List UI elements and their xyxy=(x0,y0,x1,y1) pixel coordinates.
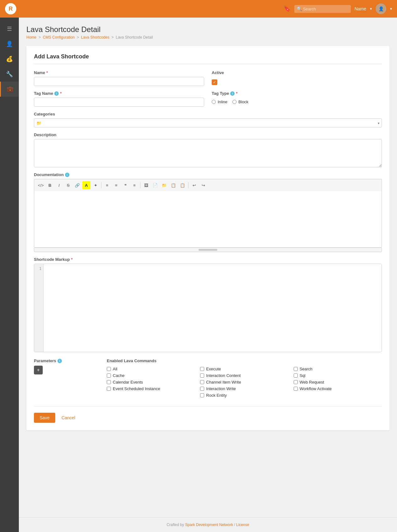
editor-scrollbar-thumb[interactable] xyxy=(198,249,217,251)
commands-col-2: Search Sql Web Request Workflow Act xyxy=(294,366,382,399)
parameters-group: Parameters i + xyxy=(34,358,97,399)
toolbar-strikethrough-btn[interactable]: S xyxy=(64,181,72,189)
toolbar-image-btn[interactable]: 🖼 xyxy=(142,181,150,189)
sidebar-item-dashboard[interactable]: ☰ xyxy=(0,21,19,36)
command-web-request-checkbox[interactable] xyxy=(294,380,298,384)
breadcrumb-cms-config[interactable]: CMS Configuration xyxy=(43,35,74,40)
command-event-scheduled: Event Scheduled Instance xyxy=(107,385,195,392)
command-event-scheduled-checkbox[interactable] xyxy=(107,387,111,391)
toolbar-ol-btn[interactable]: ≡ xyxy=(112,181,120,189)
toolbar-quote-btn[interactable]: ❝ xyxy=(121,181,129,189)
documentation-info-icon[interactable]: i xyxy=(65,173,69,177)
tag-name-info-icon[interactable]: i xyxy=(54,91,59,96)
tag-type-info-icon[interactable]: i xyxy=(230,91,235,96)
tag-type-block-radio[interactable] xyxy=(232,100,237,104)
command-channel-item-write-checkbox[interactable] xyxy=(200,380,204,384)
toolbar-divider-3 xyxy=(188,182,188,188)
command-interaction-content-checkbox[interactable] xyxy=(200,373,204,378)
code-editor: 1 xyxy=(34,264,382,352)
command-calendar-events-label: Calendar Events xyxy=(113,380,143,384)
command-rock-entity: Rock Entity xyxy=(200,392,288,399)
command-sql: Sql xyxy=(294,372,382,379)
footer-spark-link[interactable]: Spark Development Network xyxy=(185,523,233,527)
command-all-checkbox[interactable] xyxy=(107,367,111,371)
save-button[interactable]: Save xyxy=(34,413,55,423)
avatar-chevron[interactable]: ▾ xyxy=(390,7,392,11)
tagname-tagtype-row: Tag Name i * Tag Type i * Inline xyxy=(34,91,382,107)
toolbar-redo-btn[interactable]: ↪ xyxy=(199,181,207,189)
add-parameter-button[interactable]: + xyxy=(34,366,43,374)
documentation-editor-body[interactable] xyxy=(34,191,382,248)
action-bar: Save Cancel xyxy=(34,406,382,423)
tag-name-label: Tag Name i * xyxy=(34,91,204,96)
tag-type-inline-option[interactable]: Inline xyxy=(212,99,227,104)
toolbar-code-btn[interactable]: </> xyxy=(37,181,45,189)
active-checkbox[interactable]: ✓ xyxy=(212,79,217,85)
tag-type-group: Tag Type i * Inline Block xyxy=(212,91,248,107)
shortcode-markup-textarea[interactable] xyxy=(44,264,382,352)
tag-type-label: Tag Type i * xyxy=(212,91,248,96)
toolbar-highlight-btn[interactable]: A xyxy=(82,181,90,189)
command-execute-checkbox[interactable] xyxy=(200,367,204,371)
tag-type-inline-radio[interactable] xyxy=(212,100,216,104)
categories-select-wrapper: 📁 ▾ xyxy=(34,118,382,127)
toolbar-italic-btn[interactable]: I xyxy=(55,181,63,189)
commands-col-1: Execute Interaction Content Channel Item… xyxy=(200,366,288,399)
lava-commands-grid: All Cache Calendar Events Event Sch xyxy=(107,366,382,399)
tag-name-input[interactable] xyxy=(34,98,204,107)
command-interaction-content: Interaction Content xyxy=(200,372,288,379)
toolbar-link-btn[interactable]: 🔗 xyxy=(73,181,81,189)
command-rock-entity-checkbox[interactable] xyxy=(200,393,204,397)
command-calendar-events-checkbox[interactable] xyxy=(107,380,111,384)
command-cache-checkbox[interactable] xyxy=(107,373,111,378)
toolbar-paste-btn[interactable]: 📋 xyxy=(178,181,187,189)
breadcrumb-home[interactable]: Home xyxy=(26,35,36,40)
toolbar-magic-btn[interactable]: ✦ xyxy=(91,181,100,189)
command-workflow-activate-checkbox[interactable] xyxy=(294,387,298,391)
parameters-info-icon[interactable]: i xyxy=(57,359,62,363)
page-footer: Crafted by Spark Development Network / L… xyxy=(19,517,397,532)
finance-icon: 💰 xyxy=(6,56,13,62)
sidebar-item-people[interactable]: 👤 xyxy=(0,36,19,51)
toolbar-align-btn[interactable]: ≡ xyxy=(130,181,139,189)
command-search-checkbox[interactable] xyxy=(294,367,298,371)
footer-text: Crafted by xyxy=(167,523,185,527)
toolbar-ul-btn[interactable]: ≡ xyxy=(103,181,111,189)
toolbar-folder-btn[interactable]: 📁 xyxy=(160,181,168,189)
app-logo[interactable]: R xyxy=(5,3,16,14)
description-label: Description xyxy=(34,132,382,137)
command-sql-checkbox[interactable] xyxy=(294,373,298,378)
search-input[interactable] xyxy=(294,5,351,13)
categories-label: Categories xyxy=(34,112,382,116)
sidebar-item-tools[interactable]: 🔧 xyxy=(0,67,19,82)
cancel-button[interactable]: Cancel xyxy=(58,413,79,423)
shortcode-markup-group: Shortcode Markup * 1 xyxy=(34,257,382,352)
people-icon: 👤 xyxy=(6,40,13,47)
user-name-label[interactable]: Name xyxy=(355,6,366,11)
footer-license-link[interactable]: License xyxy=(236,523,249,527)
name-input[interactable] xyxy=(34,77,204,86)
command-execute: Execute xyxy=(200,366,288,372)
card-title: Add Lava Shortcode xyxy=(34,53,382,64)
toolbar-file-btn[interactable]: 📄 xyxy=(151,181,159,189)
toolbar-bold-btn[interactable]: B xyxy=(46,181,54,189)
command-interaction-write-checkbox[interactable] xyxy=(200,387,204,391)
command-channel-item-write-label: Channel Item Write xyxy=(206,380,241,384)
toolbar-undo-btn[interactable]: ↩ xyxy=(190,181,198,189)
user-avatar[interactable]: 👤 xyxy=(376,3,386,14)
command-calendar-events: Calendar Events xyxy=(107,379,195,385)
command-web-request-label: Web Request xyxy=(300,380,324,384)
sidebar-item-admin[interactable]: 💼 xyxy=(0,82,19,97)
command-channel-item-write: Channel Item Write xyxy=(200,379,288,385)
breadcrumb-current: Lava Shortcode Detail xyxy=(116,35,153,40)
categories-select[interactable] xyxy=(34,118,382,127)
bookmark-icon[interactable]: 🔖 xyxy=(284,5,291,12)
description-group: Description xyxy=(34,132,382,167)
toolbar-copy-btn[interactable]: 📋 xyxy=(169,181,177,189)
user-dropdown-chevron[interactable]: ▾ xyxy=(370,7,372,11)
breadcrumb-lava-shortcodes[interactable]: Lava Shortcodes xyxy=(81,35,109,40)
search-wrapper: 🔍 xyxy=(294,5,351,13)
tag-type-block-option[interactable]: Block xyxy=(232,99,248,104)
description-textarea[interactable] xyxy=(34,139,382,167)
sidebar-item-finance[interactable]: 💰 xyxy=(0,51,19,67)
